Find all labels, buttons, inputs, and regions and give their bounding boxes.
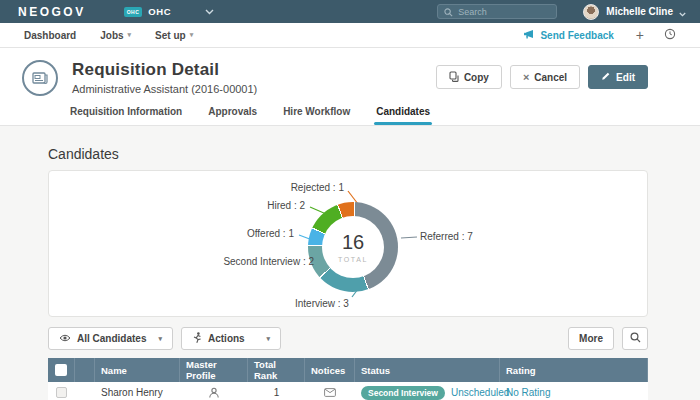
candidates-table: Name Master Profile Total Rank Notices S… [48,358,648,400]
megaphone-icon [523,29,535,42]
chevron-down-icon[interactable] [205,9,214,15]
nav-item-dashboard[interactable]: Dashboard [24,30,76,41]
edit-button[interactable]: Edit [588,65,648,89]
label-rejected: Rejected : 1 [291,182,344,193]
select-all-checkbox[interactable] [48,358,75,382]
ohc-product-icon: OHC [124,7,143,17]
header-notices[interactable]: Notices [305,358,355,382]
history-clock-icon[interactable] [664,28,676,42]
label-referred: Referred : 7 [420,231,473,242]
tab-candidates[interactable]: Candidates [376,106,430,125]
table-row[interactable]: Sharon Henry 1 Second Interview Unschedu… [48,382,648,400]
header-expand-col [75,358,95,382]
total-label: TOTAL [338,256,368,263]
nav-item-set-up[interactable]: Set up ▾ [155,30,193,41]
user-menu-label[interactable]: Michelle Cline [606,6,673,17]
header-master-profile[interactable]: Master Profile [180,358,248,382]
close-icon: × [523,71,529,83]
tab-approvals[interactable]: Approvals [208,106,257,125]
product-switcher-label[interactable]: OHC [148,6,171,17]
user-menu-caret-icon[interactable] [679,3,686,21]
page-header: Requisition Detail Administrative Assist… [0,48,700,96]
label-offered: Offered : 1 [247,228,294,239]
donut-center: 16 TOTAL [308,202,398,292]
chevron-down-icon: ▾ [158,335,162,343]
search-icon [444,3,453,21]
header-total-rank[interactable]: Total Rank [248,358,305,382]
copy-button[interactable]: Copy [436,65,502,89]
candidate-status-chart: 16 TOTAL Rejected : 1 Hired : 2 Offered … [48,170,648,317]
more-button[interactable]: More [568,327,614,350]
cancel-button[interactable]: × Cancel [510,65,580,89]
page-title: Requisition Detail [72,60,257,80]
copy-icon [449,71,459,84]
secondary-nav: Dashboard Jobs ▾ Set up ▾ Send Feedback … [0,23,700,48]
row-checkbox[interactable] [56,387,67,398]
detail-tabs: Requisition Information Approvals Hire W… [0,96,700,126]
global-search[interactable] [437,4,557,19]
label-interview: Interview : 3 [295,298,349,309]
pencil-icon [601,71,611,83]
send-feedback-link[interactable]: Send Feedback [523,29,613,42]
envelope-icon[interactable] [305,388,355,397]
chevron-down-icon: ▾ [190,31,194,39]
candidate-filter-dropdown[interactable]: All Candidates ▾ [48,327,173,350]
section-title: Candidates [48,146,648,162]
top-bar: NEOGOV OHC OHC Michelle Cline [0,0,700,23]
label-second-interview: Second Interview : 2 [223,256,314,267]
tab-requisition-information[interactable]: Requisition Information [70,106,182,125]
chevron-down-icon: ▾ [266,335,270,343]
total-count: 16 [342,231,364,254]
neogov-logo: NEOGOV [18,5,86,19]
table-header-row: Name Master Profile Total Rank Notices S… [48,358,648,382]
tab-hire-workflow[interactable]: Hire Workflow [283,106,350,125]
header-status[interactable]: Status [355,358,500,382]
search-icon [630,332,641,345]
status-badge: Second Interview [361,386,445,400]
chevron-down-icon: ▾ [128,31,132,39]
page-subtitle: Administrative Assistant (2016-00001) [72,83,257,95]
main-content: Candidates 16 TOTAL Rejected : 1 Hired :… [0,126,700,400]
nav-item-jobs[interactable]: Jobs ▾ [100,30,131,41]
actions-dropdown[interactable]: Actions ▾ [181,327,281,350]
search-input[interactable] [458,7,550,17]
runner-icon [192,332,202,346]
grid-search-button[interactable] [622,327,648,350]
header-name[interactable]: Name [95,358,180,382]
avatar[interactable] [583,4,599,20]
candidate-name[interactable]: Sharon Henry [95,387,180,398]
grid-toolbar: All Candidates ▾ Actions ▾ More [48,327,648,350]
add-icon[interactable]: + [636,27,644,43]
requisition-icon [22,60,58,96]
person-icon[interactable] [180,387,248,399]
rating-link[interactable]: No Rating [506,387,550,398]
total-rank-value: 1 [248,387,305,398]
header-rating[interactable]: Rating [500,358,648,382]
label-hired: Hired : 2 [267,200,305,211]
eye-icon [59,333,71,344]
